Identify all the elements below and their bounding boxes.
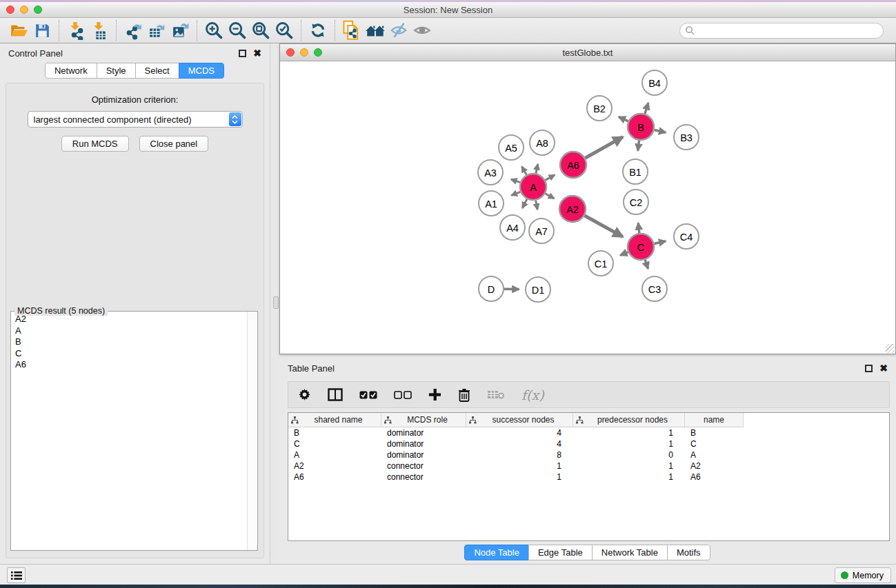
export-table-button[interactable] [145, 19, 168, 41]
column-header-shared-name[interactable]: shared name [288, 413, 381, 427]
float-table-panel-icon[interactable] [865, 365, 873, 372]
result-item[interactable]: A2 [11, 314, 247, 325]
tab-edge-table[interactable]: Edge Table [528, 545, 593, 560]
result-item[interactable]: A [11, 325, 247, 337]
unselect-all-columns-button[interactable] [394, 391, 412, 399]
show-panel-list-button[interactable] [7, 567, 26, 583]
tab-style[interactable]: Style [97, 63, 136, 79]
tab-node-table[interactable]: Node Table [464, 545, 529, 560]
search-field[interactable] [679, 23, 884, 39]
close-table-panel-icon[interactable]: ✖ [879, 365, 888, 372]
graph-edge-A-A5[interactable] [521, 167, 526, 175]
table-cell[interactable]: dominator [381, 439, 466, 449]
table-cell[interactable]: dominator [381, 428, 466, 438]
table-cell[interactable]: A [288, 450, 381, 460]
graph-edge-C-C4[interactable] [655, 241, 666, 244]
show-all-button[interactable] [410, 19, 434, 41]
table-cell[interactable]: 1 [573, 461, 685, 471]
zoom-selected-button[interactable] [272, 19, 296, 41]
graph-edge-B-B3[interactable] [655, 130, 666, 132]
search-input[interactable] [695, 24, 883, 37]
import-network-button[interactable] [64, 19, 88, 41]
zoom-in-button[interactable] [202, 19, 226, 41]
column-header-successor-nodes[interactable]: successor nodes [466, 413, 573, 427]
graph-edge-C-C2[interactable] [638, 223, 639, 234]
table-cell[interactable]: connector [381, 472, 466, 482]
table-cell[interactable]: B [288, 428, 381, 438]
table-cell[interactable]: 1 [466, 472, 573, 482]
function-builder-button[interactable]: f(x) [521, 387, 544, 403]
criterion-dropdown[interactable]: largest connected component (directed) [28, 111, 243, 128]
table-settings-button[interactable] [298, 388, 311, 401]
result-item[interactable]: A6 [11, 359, 247, 371]
first-neighbors-button[interactable] [364, 19, 387, 41]
refresh-view-button[interactable] [306, 19, 330, 41]
graph-edge-A-A7[interactable] [536, 201, 537, 210]
graph-edge-C-C1[interactable] [620, 252, 628, 256]
window-resize-grip[interactable] [886, 344, 895, 353]
graph-edge-A-A8[interactable] [536, 164, 538, 173]
select-all-columns-button[interactable] [359, 391, 377, 399]
table-cell[interactable]: A2 [288, 461, 381, 471]
graph-edge-A6-B[interactable] [585, 137, 622, 159]
add-column-button[interactable] [428, 388, 441, 401]
tab-mcds[interactable]: MCDS [179, 63, 224, 79]
table-cell[interactable]: 4 [466, 439, 573, 449]
table-cell[interactable]: A6 [288, 472, 381, 482]
graph-edge-B-B1[interactable] [638, 141, 639, 151]
close-panel-icon[interactable]: ✖ [253, 50, 261, 57]
table-row[interactable]: Cdominator41C [288, 438, 889, 449]
open-session-button[interactable] [7, 19, 30, 41]
column-header-predecessor-nodes[interactable]: predecessor nodes [573, 413, 685, 427]
column-header-MCDS-role[interactable]: MCDS role [381, 413, 466, 427]
memory-button[interactable]: Memory [835, 567, 891, 583]
delete-column-button[interactable] [458, 388, 470, 402]
table-cell[interactable]: C [288, 439, 381, 449]
zoom-out-button[interactable] [226, 19, 249, 41]
table-row[interactable]: A2connector11A2 [288, 460, 889, 472]
graph-edge-A-A1[interactable] [511, 192, 520, 195]
table-cell[interactable]: A2 [685, 461, 744, 471]
graph-edge-B-B4[interactable] [645, 103, 648, 114]
result-scrollbar[interactable] [247, 312, 257, 550]
table-cell[interactable]: A6 [685, 472, 744, 482]
export-network-button[interactable] [121, 19, 145, 41]
export-image-button[interactable] [168, 19, 192, 41]
import-table-button[interactable] [88, 19, 111, 41]
tab-network[interactable]: Network [45, 63, 97, 79]
new-network-from-selection-button[interactable] [340, 19, 364, 41]
graph-edge-A-A4[interactable] [522, 199, 527, 208]
table-row[interactable]: Bdominator41B [288, 427, 889, 438]
close-panel-button[interactable]: Close panel [139, 136, 209, 152]
network-canvas[interactable]: B4B2BB3A5A8A6A3B1AA1C2A2A4A7C4CC1C3DD1 [280, 61, 895, 354]
panel-divider-grip[interactable] [273, 296, 279, 309]
float-panel-icon[interactable] [239, 50, 246, 57]
graph-edge-A-A6[interactable] [546, 175, 555, 181]
tab-select[interactable]: Select [135, 63, 179, 79]
table-cell[interactable]: 4 [466, 428, 573, 438]
result-item[interactable]: C [11, 348, 247, 360]
result-item[interactable]: B [11, 336, 247, 348]
graph-edge-C-C3[interactable] [645, 260, 648, 269]
hide-selected-button[interactable] [387, 19, 410, 41]
tab-motifs[interactable]: Motifs [667, 545, 710, 560]
graph-edge-A-A3[interactable] [511, 179, 520, 182]
show-columns-button[interactable] [328, 388, 343, 401]
table-cell[interactable]: C [685, 439, 744, 449]
save-session-button[interactable] [30, 19, 54, 41]
table-cell[interactable]: A [685, 450, 744, 460]
table-cell[interactable]: B [685, 428, 744, 438]
tab-network-table[interactable]: Network Table [592, 545, 668, 560]
table-cell[interactable]: 8 [466, 450, 573, 460]
table-row[interactable]: Adominator80A [288, 449, 889, 460]
table-row[interactable]: A6connector11A6 [288, 472, 889, 483]
table-cell[interactable]: 1 [573, 472, 685, 482]
table-cell[interactable]: connector [381, 461, 466, 471]
column-header-name[interactable]: name [685, 413, 744, 427]
graph-edge-A-A2[interactable] [545, 194, 554, 199]
graph-edge-A2-C[interactable] [584, 216, 622, 237]
table-cell[interactable]: dominator [381, 450, 466, 460]
table-cell[interactable]: 1 [573, 428, 685, 438]
table-cell[interactable]: 1 [573, 439, 685, 449]
delete-table-button[interactable] [487, 389, 505, 400]
